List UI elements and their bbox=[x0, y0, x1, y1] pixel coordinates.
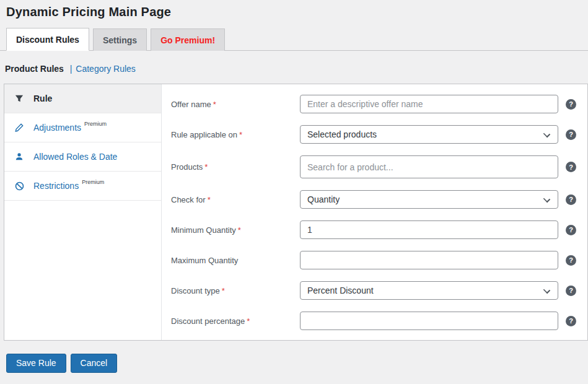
field-label: Maximum Quantity bbox=[171, 256, 300, 265]
save-rule-button[interactable]: Save Rule bbox=[6, 354, 66, 373]
required-asterisk: * bbox=[238, 225, 241, 235]
select-value: Selected products bbox=[307, 129, 377, 139]
user-icon bbox=[14, 152, 24, 162]
field-label: Rule applicable on* bbox=[171, 130, 300, 139]
field-label: Discount type* bbox=[171, 286, 300, 295]
minimum-quantity-input[interactable] bbox=[300, 220, 558, 239]
sidebar-item-allowed-roles-date[interactable]: Allowed Roles & Date bbox=[4, 142, 161, 172]
ban-icon bbox=[14, 181, 24, 191]
chevron-down-icon bbox=[543, 196, 550, 203]
sidebar-item-adjustments[interactable]: AdjustmentsPremium bbox=[4, 113, 161, 142]
field-control bbox=[300, 95, 558, 113]
sidebar-item-label: Allowed Roles & Date bbox=[33, 152, 117, 162]
field-label-text: Offer name bbox=[171, 100, 211, 109]
field-label: Minimum Quantity* bbox=[171, 225, 300, 235]
field-label-text: Discount type bbox=[171, 286, 220, 295]
field-row-discount-percentage: Discount percentage*? bbox=[171, 312, 587, 330]
select-value: Percent Discount bbox=[307, 286, 374, 295]
help-icon[interactable]: ? bbox=[566, 316, 576, 326]
field-row-products: Products*? bbox=[171, 155, 587, 178]
field-label-text: Maximum Quantity bbox=[171, 256, 238, 265]
filter-icon bbox=[14, 94, 24, 103]
subnav-product-rules[interactable]: Product Rules bbox=[5, 64, 64, 74]
subnav-separator: | bbox=[70, 64, 72, 74]
help-icon[interactable]: ? bbox=[566, 129, 576, 140]
tab-go-premium[interactable]: Go Premium! bbox=[151, 28, 225, 51]
help-icon[interactable]: ? bbox=[566, 194, 576, 205]
rule-applicable-on-select[interactable]: Selected products bbox=[300, 125, 558, 144]
tab-settings[interactable]: Settings bbox=[93, 28, 147, 51]
help-icon[interactable]: ? bbox=[566, 162, 576, 172]
field-label-text: Discount percentage bbox=[171, 316, 245, 326]
field-row-discount-type: Discount type*Percent Discount? bbox=[171, 281, 587, 300]
discount-percentage-input[interactable] bbox=[300, 312, 558, 330]
chevron-down-icon bbox=[543, 287, 550, 294]
field-row-minimum-quantity: Minimum Quantity*? bbox=[171, 220, 587, 239]
sidebar-item-restrictions[interactable]: RestrictionsPremium bbox=[4, 172, 161, 201]
subnav-category-rules[interactable]: Category Rules bbox=[76, 64, 136, 74]
field-label: Check for* bbox=[171, 195, 300, 204]
sidebar-item-rule[interactable]: Rule bbox=[4, 84, 161, 113]
field-row-offer-name: Offer name*? bbox=[171, 95, 587, 113]
premium-badge: Premium bbox=[82, 179, 104, 185]
field-row-maximum-quantity: Maximum Quantity? bbox=[171, 251, 587, 269]
required-asterisk: * bbox=[208, 195, 211, 204]
field-control: Quantity bbox=[300, 190, 558, 209]
tab-bar: Discount RulesSettingsGo Premium! bbox=[0, 27, 588, 51]
select-value: Quantity bbox=[307, 194, 340, 204]
maximum-quantity-input[interactable] bbox=[300, 251, 558, 269]
field-row-rule-applicable-on: Rule applicable on*Selected products? bbox=[171, 125, 587, 144]
premium-badge: Premium bbox=[84, 121, 107, 127]
field-label: Discount percentage* bbox=[171, 316, 300, 326]
help-icon[interactable]: ? bbox=[566, 99, 576, 110]
tab-discount-rules[interactable]: Discount Rules bbox=[6, 28, 89, 51]
field-control bbox=[300, 312, 558, 330]
cancel-button[interactable]: Cancel bbox=[71, 354, 118, 373]
rule-sidebar: RuleAdjustmentsPremiumAllowed Roles & Da… bbox=[4, 84, 162, 340]
field-label-text: Products bbox=[171, 162, 203, 172]
rules-subnav: Product Rules | Category Rules bbox=[5, 64, 588, 75]
field-label-text: Check for bbox=[171, 195, 206, 204]
chevron-down-icon bbox=[543, 131, 550, 137]
help-icon[interactable]: ? bbox=[566, 225, 576, 235]
required-asterisk: * bbox=[239, 130, 242, 139]
field-control: Percent Discount bbox=[300, 281, 558, 300]
field-label-text: Rule applicable on bbox=[171, 130, 237, 139]
form-actions: Save Rule Cancel bbox=[6, 354, 588, 373]
required-asterisk: * bbox=[222, 286, 225, 295]
field-control: Selected products bbox=[300, 125, 558, 144]
field-label-text: Minimum Quantity bbox=[171, 225, 236, 235]
sidebar-item-label: Adjustments bbox=[33, 123, 81, 133]
pencil-icon bbox=[14, 123, 24, 133]
field-label: Products* bbox=[171, 162, 300, 172]
help-icon[interactable]: ? bbox=[566, 255, 576, 266]
sidebar-item-label: Restrictions bbox=[33, 181, 79, 191]
field-row-check-for: Check for*Quantity? bbox=[171, 190, 587, 209]
field-control bbox=[300, 220, 558, 239]
field-label: Offer name* bbox=[171, 100, 300, 109]
rule-panel: RuleAdjustmentsPremiumAllowed Roles & Da… bbox=[4, 84, 588, 341]
field-control bbox=[300, 251, 558, 269]
check-for-select[interactable]: Quantity bbox=[300, 190, 558, 209]
required-asterisk: * bbox=[247, 316, 250, 326]
discount-type-select[interactable]: Percent Discount bbox=[300, 281, 558, 300]
required-asterisk: * bbox=[213, 100, 216, 109]
offer-name-input[interactable] bbox=[300, 95, 558, 113]
page-title: Dynamic Pricing Main Page bbox=[0, 0, 588, 19]
help-icon[interactable]: ? bbox=[566, 286, 576, 296]
rule-form: Offer name*?Rule applicable on*Selected … bbox=[162, 84, 587, 340]
products-input[interactable] bbox=[300, 155, 558, 178]
sidebar-item-label: Rule bbox=[33, 94, 52, 103]
required-asterisk: * bbox=[204, 162, 208, 172]
field-control bbox=[300, 155, 558, 178]
